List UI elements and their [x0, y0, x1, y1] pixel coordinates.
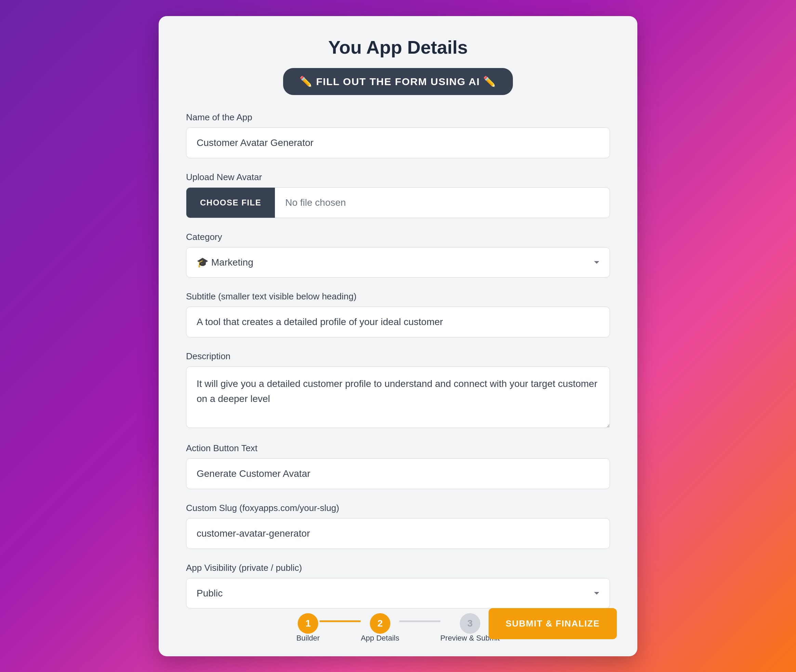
description-label: Description	[186, 351, 610, 362]
stepper-row: 1 Builder 2 App Details 3 Preview & Subm…	[296, 613, 500, 643]
choose-file-button[interactable]: CHOOSE FILE	[186, 188, 275, 218]
visibility-label: App Visibility (private / public)	[186, 563, 610, 573]
step-1: 1 Builder	[296, 613, 320, 643]
action-button-section: Action Button Text	[186, 443, 610, 489]
step-1-label: Builder	[296, 634, 320, 643]
slug-section: Custom Slug (foxyapps.com/your-slug)	[186, 503, 610, 549]
upload-label: Upload New Avatar	[186, 172, 610, 182]
slug-label: Custom Slug (foxyapps.com/your-slug)	[186, 503, 610, 514]
app-name-label: Name of the App	[186, 112, 610, 123]
subtitle-section: Subtitle (smaller text visible below hea…	[186, 291, 610, 338]
action-button-input[interactable]	[186, 458, 610, 489]
step-2-circle: 2	[370, 613, 390, 634]
step-1-circle: 1	[298, 613, 318, 634]
fill-with-ai-button[interactable]: ✏️ FILL OUT THE FORM USING AI ✏️	[283, 68, 513, 95]
ai-button-label: ✏️ FILL OUT THE FORM USING AI ✏️	[300, 75, 496, 88]
subtitle-input[interactable]	[186, 307, 610, 338]
main-card: You App Details ✏️ FILL OUT THE FORM USI…	[159, 16, 637, 656]
step-1-number: 1	[305, 618, 311, 629]
page-title: You App Details	[186, 37, 610, 58]
upload-avatar-section: Upload New Avatar CHOOSE FILE No file ch…	[186, 172, 610, 218]
action-button-label: Action Button Text	[186, 443, 610, 454]
category-label: Category	[186, 232, 610, 242]
step-2-number: 2	[378, 618, 383, 629]
stepper: 1 Builder 2 App Details 3 Preview & Subm…	[296, 613, 500, 643]
description-textarea[interactable]: It will give you a detailed customer pro…	[186, 366, 610, 428]
subtitle-label: Subtitle (smaller text visible below hea…	[186, 291, 610, 302]
visibility-select[interactable]: Public Private	[186, 578, 610, 608]
step-3-circle: 3	[460, 613, 480, 634]
step-2: 2 App Details	[361, 613, 399, 643]
no-file-text: No file chosen	[275, 188, 356, 218]
app-name-section: Name of the App	[186, 112, 610, 158]
app-name-input[interactable]	[186, 128, 610, 158]
connector-1-2	[320, 621, 361, 622]
file-input-row: CHOOSE FILE No file chosen	[186, 187, 610, 218]
connector-2-3	[399, 621, 440, 622]
description-section: Description It will give you a detailed …	[186, 351, 610, 429]
category-select[interactable]: 🎓 Marketing Technology Business Design	[186, 247, 610, 278]
category-section: Category 🎓 Marketing Technology Business…	[186, 232, 610, 278]
submit-finalize-button[interactable]: SUBMIT & FINALIZE	[488, 608, 617, 639]
step-2-label: App Details	[361, 634, 399, 643]
visibility-section: App Visibility (private / public) Public…	[186, 563, 610, 608]
step-3-number: 3	[468, 618, 473, 629]
slug-input[interactable]	[186, 518, 610, 549]
